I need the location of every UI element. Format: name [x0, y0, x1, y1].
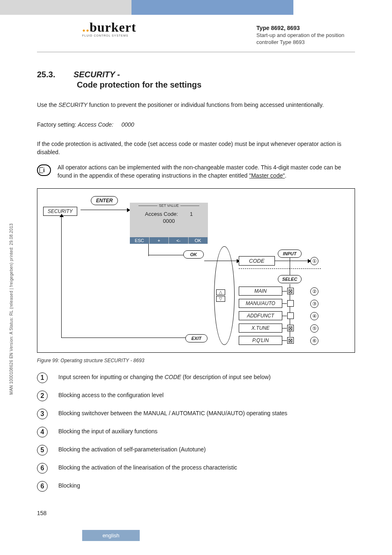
item-addfunct: ADDFUNCT [239, 311, 282, 320]
ref-1: ① [310, 257, 318, 265]
top-bar [0, 0, 392, 15]
updown-icon: △▽ [216, 289, 225, 303]
ok-badge: OK [183, 250, 204, 259]
main-content: 25.3. SECURITY - Code protection for the… [37, 70, 355, 499]
paragraph-factory-setting: Factory setting: Access Code: 0000 [37, 121, 355, 129]
item-xtune: X.TUNE [239, 324, 282, 333]
item-main: MAIN [239, 287, 282, 296]
legend-row: 3 Blocking switchover between the MANUAL… [37, 409, 355, 419]
plus-key: + [150, 237, 169, 244]
legend-row: 1 Input screen for inputting or changing… [37, 372, 355, 383]
section-title-italic: SECURITY - [74, 70, 120, 79]
set-value-label: SET VALUE [130, 204, 208, 208]
esc-key: ESC [130, 237, 150, 244]
logo-text: burkert [90, 20, 136, 35]
selec-badge: SELEC [278, 275, 302, 283]
item-manuauto: MANU/AUTO [239, 299, 282, 308]
check-addfunct [287, 312, 294, 319]
ref-2: ② [310, 287, 318, 296]
set-value-panel: SET VALUE Access Code: 1 0000 ESC + <- O… [130, 203, 208, 244]
check-manuauto [287, 300, 294, 307]
master-code-link[interactable]: "Master code" [249, 172, 285, 179]
ok-key: OK [189, 237, 208, 244]
legend-row: 2 Blocking access to the configuration l… [37, 391, 355, 401]
language-badge: english [82, 530, 140, 541]
paragraph-1: Use the SECURITY function to prevent the… [37, 101, 355, 109]
header-right: Type 8692, 8693 Start-up and operation o… [256, 25, 355, 46]
page-number: 158 [37, 510, 46, 516]
legend-row: 6 Blocking [37, 481, 355, 492]
figure-caption: Figure 99: Operating structure SECURITY … [37, 358, 355, 363]
info-icon: i [37, 164, 51, 176]
header-rule [37, 52, 355, 52]
enter-badge: ENTER [91, 196, 118, 205]
back-key: <- [169, 237, 189, 244]
ref-3: ③ [310, 300, 318, 308]
exit-badge: EXIT [185, 334, 208, 342]
ref-5: ⑤ [310, 324, 318, 333]
code-node: CODE [239, 256, 275, 266]
check-pqlin: ⊠ [287, 337, 294, 344]
diagram: ENTER SECURITY SET VALUE Access Code: 1 … [37, 188, 355, 353]
legend-row: 4 Blocking the input of auxiliary functi… [37, 427, 355, 437]
doc-type: Type 8692, 8693 [256, 25, 355, 31]
code-value: 0000 [130, 218, 208, 224]
input-badge: INPUT [278, 250, 302, 258]
legend-row: 6 Blocking the activation of the lineari… [37, 463, 355, 474]
check-xtune: ⊠ [287, 325, 294, 331]
side-metadata: MAN 1000108626 EN Version: A Status: RL … [9, 223, 14, 395]
check-main: ⊠ [287, 288, 294, 294]
section-heading: 25.3. SECURITY - Code protection for the… [37, 70, 355, 90]
logo: ..burkert FLUID CONTROL SYSTEMS [82, 20, 136, 37]
ref-4: ④ [310, 312, 318, 320]
logo-tagline: FLUID CONTROL SYSTEMS [82, 34, 136, 37]
section-number: 25.3. [37, 70, 55, 79]
arrow-line [81, 210, 130, 210]
ref-6: ⑥ [310, 337, 318, 345]
item-pqlin: P.Q'LIN [239, 336, 282, 345]
legend-row: 5 Blocking the activation of self-parame… [37, 445, 355, 456]
paragraph-3: If the code protection is activated, the… [37, 140, 355, 156]
doc-subtitle: Start-up and operation of the position c… [256, 32, 355, 46]
section-title-bold: Code protection for the settings [77, 80, 355, 90]
legend-list: 1 Input screen for inputting or changing… [37, 372, 355, 492]
info-callout: i All operator actions can be implemente… [37, 164, 355, 180]
